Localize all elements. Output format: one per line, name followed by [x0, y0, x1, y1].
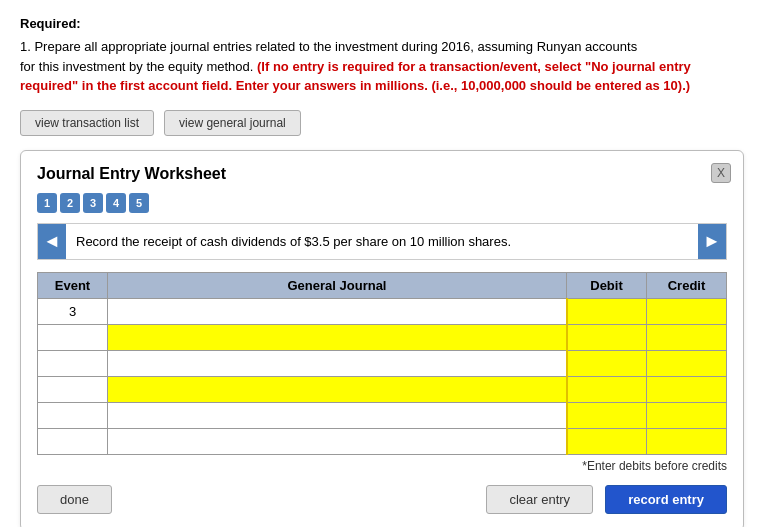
journal-cell[interactable]: [108, 299, 567, 325]
event-cell: [38, 403, 108, 429]
event-cell: 3: [38, 299, 108, 325]
debit-cell[interactable]: [567, 403, 647, 429]
table-header-row: Event General Journal Debit Credit: [38, 273, 727, 299]
table-row: 3: [38, 299, 727, 325]
page-tabs: 1 2 3 4 5: [37, 193, 727, 213]
credit-cell[interactable]: [647, 377, 727, 403]
description-text: Record the receipt of cash dividends of …: [66, 224, 698, 260]
credit-cell[interactable]: [647, 403, 727, 429]
table-row: [38, 351, 727, 377]
nav-right-arrow[interactable]: ►: [698, 224, 726, 260]
clear-entry-button[interactable]: clear entry: [486, 485, 593, 514]
journal-cell[interactable]: [108, 325, 567, 351]
credit-cell[interactable]: [647, 325, 727, 351]
bottom-buttons: done clear entry record entry: [37, 485, 727, 514]
tab-3[interactable]: 3: [83, 193, 103, 213]
top-buttons: view transaction list view general journ…: [20, 110, 744, 136]
journal-table: Event General Journal Debit Credit 3: [37, 272, 727, 455]
debit-cell[interactable]: [567, 325, 647, 351]
credit-cell[interactable]: [647, 299, 727, 325]
instruction-line1: 1. Prepare all appropriate journal entri…: [20, 39, 637, 54]
tab-1[interactable]: 1: [37, 193, 57, 213]
event-cell: [38, 429, 108, 455]
view-journal-btn[interactable]: view general journal: [164, 110, 301, 136]
record-entry-button[interactable]: record entry: [605, 485, 727, 514]
debit-cell[interactable]: [567, 429, 647, 455]
header-credit: Credit: [647, 273, 727, 299]
credit-cell[interactable]: [647, 351, 727, 377]
table-row: [38, 377, 727, 403]
tab-5[interactable]: 5: [129, 193, 149, 213]
journal-cell[interactable]: [108, 403, 567, 429]
bottom-center-buttons: clear entry record entry: [486, 485, 727, 514]
debit-cell[interactable]: [567, 377, 647, 403]
debit-cell[interactable]: [567, 299, 647, 325]
table-row: [38, 429, 727, 455]
journal-cell[interactable]: [108, 377, 567, 403]
note-line: *Enter debits before credits: [37, 459, 727, 473]
instruction-block: 1. Prepare all appropriate journal entri…: [20, 37, 744, 96]
credit-cell[interactable]: [647, 429, 727, 455]
done-button[interactable]: done: [37, 485, 112, 514]
nav-left-arrow[interactable]: ◄: [38, 224, 66, 260]
journal-cell[interactable]: [108, 351, 567, 377]
header-journal: General Journal: [108, 273, 567, 299]
worksheet-title: Journal Entry Worksheet: [37, 165, 727, 183]
debit-cell[interactable]: [567, 351, 647, 377]
event-cell: [38, 351, 108, 377]
required-label: Required:: [20, 16, 744, 31]
description-box: ◄ Record the receipt of cash dividends o…: [37, 223, 727, 261]
event-cell: [38, 325, 108, 351]
table-row: [38, 403, 727, 429]
instruction-line2: for this investment by the equity method…: [20, 59, 253, 74]
close-button[interactable]: X: [711, 163, 731, 183]
header-debit: Debit: [567, 273, 647, 299]
event-cell: [38, 377, 108, 403]
tab-4[interactable]: 4: [106, 193, 126, 213]
worksheet-container: X Journal Entry Worksheet 1 2 3 4 5 ◄ Re…: [20, 150, 744, 528]
tab-2[interactable]: 2: [60, 193, 80, 213]
journal-cell[interactable]: [108, 429, 567, 455]
view-transaction-btn[interactable]: view transaction list: [20, 110, 154, 136]
table-row: [38, 325, 727, 351]
header-event: Event: [38, 273, 108, 299]
